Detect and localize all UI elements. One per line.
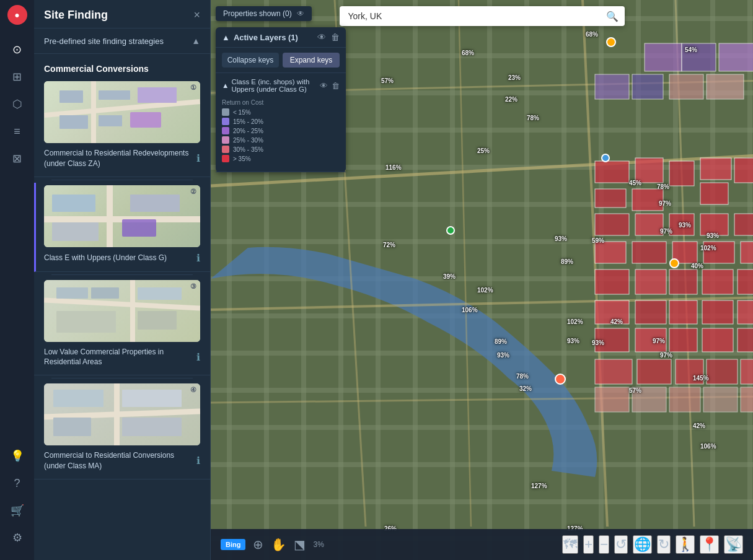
map-search-icon[interactable]: 🔍: [606, 11, 619, 22]
legend-item: 25% - 30%: [222, 136, 340, 144]
layer-expand-icon[interactable]: ▲: [222, 82, 229, 89]
svg-rect-35: [669, 74, 703, 99]
legend: Return on Cost < 15%15% - 20%20% - 25%25…: [222, 97, 340, 167]
satellite-button[interactable]: 📡: [724, 535, 743, 554]
pin-button[interactable]: 📍: [700, 535, 719, 554]
strategy-thumb-4: ④: [44, 383, 200, 445]
layer-item-1-icons: 👁 🗑: [320, 81, 340, 90]
nav-help[interactable]: ?: [5, 471, 30, 496]
svg-rect-14: [595, 189, 626, 208]
layer-item-1-title: ▲ Class E (inc. shops) with Uppers (unde…: [222, 78, 320, 93]
strategy-label-row-4: Commercial to Residential Conversions (u…: [44, 450, 200, 471]
svg-rect-18: [700, 183, 728, 204]
nav-layers[interactable]: ⊞: [5, 64, 30, 89]
nav-buildings[interactable]: ⬡: [5, 92, 30, 116]
bottom-right-controls: 🗺 + − ↺ 🌐 ↻ 🚶 📍 📡: [562, 535, 743, 554]
nav-cart[interactable]: 🛒: [5, 498, 30, 523]
thumb-number-1: ①: [190, 84, 196, 92]
strategy-info-1[interactable]: [196, 152, 200, 164]
legend-item: > 35%: [222, 155, 340, 162]
svg-rect-19: [734, 158, 753, 183]
poi-marker-2: [601, 154, 610, 162]
strategies-header: Pre-defined site finding strategies: [34, 28, 210, 54]
legend-items: < 15%15% - 20%20% - 25%25% - 30%30% - 35…: [222, 108, 340, 162]
locate-button[interactable]: ⊕: [253, 537, 263, 552]
svg-rect-52: [595, 359, 632, 384]
strategy-info-3[interactable]: [196, 351, 200, 363]
legend-label-text: 25% - 30%: [233, 137, 263, 144]
icon-bar: ● ⊙ ⊞ ⬡ ≡ ⊠ 💡 ? 🛒 ⚙: [0, 0, 34, 560]
map-search-input[interactable]: [346, 6, 606, 26]
legend-label-text: < 15%: [233, 109, 251, 116]
layer-delete-icon[interactable]: 🗑: [332, 81, 340, 90]
svg-rect-30: [645, 43, 682, 71]
thumb-number-4: ④: [190, 386, 196, 394]
svg-rect-28: [703, 242, 734, 263]
strategy-info-4[interactable]: [196, 455, 200, 466]
svg-rect-59: [669, 387, 700, 412]
nav-bookmark[interactable]: ⊠: [5, 146, 30, 171]
select-button[interactable]: ⬔: [294, 537, 306, 552]
svg-rect-32: [719, 43, 753, 71]
layers-buttons: Collapse keys Expand keys: [216, 48, 346, 73]
svg-rect-24: [734, 214, 753, 235]
thumb-number-3: ③: [190, 282, 196, 291]
strategy-info-2[interactable]: [196, 252, 200, 264]
close-button[interactable]: ×: [193, 9, 200, 22]
rotate-right-button[interactable]: ↻: [657, 535, 671, 554]
svg-rect-25: [595, 242, 626, 263]
thumb-number-2: ②: [190, 188, 196, 196]
zoom-in-button[interactable]: +: [583, 535, 594, 554]
nav-settings[interactable]: ⚙: [5, 525, 30, 550]
svg-rect-47: [595, 328, 629, 352]
nav-bulb[interactable]: 💡: [5, 444, 30, 468]
strategy-item-commercial-ma[interactable]: ④ Commercial to Residential Conversions …: [34, 381, 210, 479]
svg-rect-23: [700, 214, 728, 235]
strategies-chevron-icon[interactable]: [192, 36, 200, 46]
strategy-label-2: Class E with Uppers (Under Class G): [44, 253, 167, 263]
map-bottom-bar: Bing ⊕ ✋ ⬔ 3% 🗺 + − ↺ 🌐 ↻ 🚶 📍 📡: [211, 529, 753, 560]
strategy-label-row-1: Commercial to Residential Redevelopments…: [44, 148, 200, 169]
svg-rect-44: [669, 300, 697, 324]
expand-keys-button[interactable]: Expand keys: [283, 53, 340, 68]
rotate-left-button[interactable]: ↺: [614, 535, 628, 554]
strategy-item-low-value[interactable]: ③ Low Value Commercial Properties in Res…: [34, 278, 210, 376]
legend-color-swatch: [222, 118, 229, 125]
app-logo[interactable]: ●: [7, 5, 27, 25]
strategy-label-row-2: Class E with Uppers (Under Class G): [44, 252, 200, 264]
svg-rect-12: [595, 161, 629, 183]
layers-eye-icon[interactable]: 👁: [317, 32, 326, 42]
zoom-out-button[interactable]: −: [599, 535, 609, 554]
svg-rect-20: [595, 214, 629, 235]
layers-toggle-button[interactable]: 🗺: [562, 535, 578, 554]
legend-color-swatch: [222, 146, 229, 153]
pan-button[interactable]: ✋: [271, 537, 286, 552]
person-button[interactable]: 🚶: [676, 535, 695, 554]
poi-marker: [446, 226, 455, 235]
layer-item-1-header: ▲ Class E (inc. shops) with Uppers (unde…: [222, 78, 340, 93]
svg-rect-33: [595, 74, 629, 99]
svg-rect-38: [635, 269, 666, 294]
legend-label-text: 15% - 20%: [233, 118, 263, 125]
svg-rect-13: [635, 158, 663, 183]
strategy-item-commercial-za[interactable]: ① Commercial to Residential Redevelopmen…: [34, 79, 210, 177]
layers-delete-icon[interactable]: 🗑: [331, 32, 340, 42]
legend-label-text: > 35%: [233, 155, 251, 162]
nav-search[interactable]: ⊙: [5, 37, 30, 62]
globe-button[interactable]: 🌐: [633, 535, 652, 554]
layer-eye-icon[interactable]: 👁: [320, 81, 328, 90]
layers-chevron-icon[interactable]: ▲: [222, 33, 230, 42]
svg-rect-40: [702, 269, 733, 294]
properties-eye-icon[interactable]: 👁: [297, 9, 304, 18]
nav-data[interactable]: ≡: [5, 119, 30, 144]
map-search-bar: 🔍: [340, 6, 625, 26]
strategy-item-class-e[interactable]: ② Class E with Uppers (Under Class G): [34, 183, 210, 272]
svg-rect-43: [635, 300, 666, 324]
collapse-keys-button[interactable]: Collapse keys: [222, 53, 279, 68]
properties-shown-label: Properties shown (0): [223, 9, 292, 18]
category-title: Commercial Conversions: [34, 59, 210, 79]
legend-color-swatch: [222, 136, 229, 144]
map-area[interactable]: 68%54%68%57%23%22%78%25%116%45%78%97%93%…: [211, 0, 753, 560]
svg-rect-58: [632, 387, 666, 412]
strategy-label-1: Commercial to Residential Redevelopments…: [44, 148, 196, 169]
